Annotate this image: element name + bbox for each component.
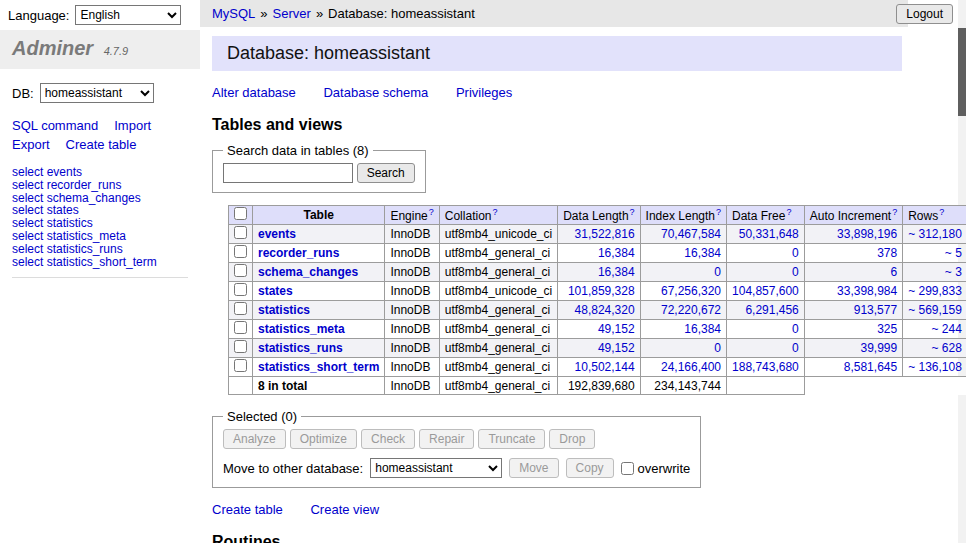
row-checkbox[interactable] xyxy=(234,340,247,353)
help-icon[interactable]: ? xyxy=(786,207,791,217)
sidebar-link-import[interactable]: Import xyxy=(114,118,151,133)
column-header-table[interactable]: Table xyxy=(253,206,385,225)
table-name-link[interactable]: statistics xyxy=(258,303,310,317)
table-name-link[interactable]: statistics_short_term xyxy=(258,360,379,374)
repair-button[interactable]: Repair xyxy=(419,429,474,449)
breadcrumb-mysql-link[interactable]: MySQL xyxy=(212,6,255,21)
data-length-link[interactable]: 101,859,328 xyxy=(568,284,635,298)
rows-count-link[interactable]: ~ 3 xyxy=(945,265,962,279)
data-free-link[interactable]: 104,857,600 xyxy=(732,284,799,298)
sidebar-link-export[interactable]: Export xyxy=(12,137,50,152)
column-header-data-free[interactable]: Data Free? xyxy=(727,206,805,225)
column-header-auto-increment[interactable]: Auto Increment? xyxy=(804,206,902,225)
select-all-checkbox[interactable] xyxy=(234,207,247,220)
database-schema-link[interactable]: Database schema xyxy=(323,85,428,100)
auto-increment-link[interactable]: 33,898,196 xyxy=(837,227,897,241)
help-icon[interactable]: ? xyxy=(492,207,497,217)
column-header-engine[interactable]: Engine? xyxy=(385,206,439,225)
data-free-link[interactable]: 0 xyxy=(792,322,799,336)
rows-count-link[interactable]: ~ 312,180 xyxy=(908,227,962,241)
move-db-select[interactable]: homeassistant xyxy=(370,458,502,478)
data-length-link[interactable]: 48,824,320 xyxy=(575,303,635,317)
create-view-link[interactable]: Create view xyxy=(310,502,379,517)
truncate-button[interactable]: Truncate xyxy=(478,429,545,449)
column-header-collation[interactable]: Collation? xyxy=(439,206,557,225)
logout-button[interactable]: Logout xyxy=(896,4,953,24)
row-checkbox[interactable] xyxy=(234,226,247,239)
table-name-link[interactable]: recorder_runs xyxy=(258,246,339,260)
index-length-link[interactable]: 16,384 xyxy=(684,246,721,260)
breadcrumb-server-link[interactable]: Server xyxy=(273,6,311,21)
search-button[interactable]: Search xyxy=(357,163,415,183)
app-name-link[interactable]: Adminer xyxy=(12,37,93,59)
column-header-rows[interactable]: Rows? xyxy=(903,206,966,225)
sidebar-link-sql-command[interactable]: SQL command xyxy=(12,118,98,133)
privileges-link[interactable]: Privileges xyxy=(456,85,512,100)
row-checkbox[interactable] xyxy=(234,264,247,277)
auto-increment-link[interactable]: 325 xyxy=(877,322,897,336)
row-checkbox[interactable] xyxy=(234,302,247,315)
data-free-link[interactable]: 188,743,680 xyxy=(732,360,799,374)
help-icon[interactable]: ? xyxy=(716,207,721,217)
row-checkbox[interactable] xyxy=(234,245,247,258)
rows-count-link[interactable]: ~ 244 xyxy=(932,322,962,336)
help-icon[interactable]: ? xyxy=(429,207,434,217)
check-button[interactable]: Check xyxy=(361,429,415,449)
drop-button[interactable]: Drop xyxy=(549,429,595,449)
help-icon[interactable]: ? xyxy=(630,207,635,217)
sidebar-table-link[interactable]: select statistics_runs xyxy=(12,243,188,256)
data-free-link[interactable]: 0 xyxy=(792,341,799,355)
auto-increment-link[interactable]: 39,999 xyxy=(860,341,897,355)
auto-increment-link[interactable]: 33,398,984 xyxy=(837,284,897,298)
rows-count-link[interactable]: ~ 628 xyxy=(932,341,962,355)
data-length-link[interactable]: 16,384 xyxy=(598,265,635,279)
table-name-link[interactable]: statistics_meta xyxy=(258,322,345,336)
data-length-link[interactable]: 31,522,816 xyxy=(575,227,635,241)
data-length-link[interactable]: 16,384 xyxy=(598,246,635,260)
help-icon[interactable]: ? xyxy=(892,207,897,217)
table-name-link[interactable]: states xyxy=(258,284,293,298)
auto-increment-link[interactable]: 8,581,645 xyxy=(844,360,897,374)
sidebar-table-link[interactable]: select statistics_short_term xyxy=(12,256,188,269)
data-free-link[interactable]: 0 xyxy=(792,265,799,279)
sidebar-table-link[interactable]: select recorder_runs xyxy=(12,179,188,192)
data-free-link[interactable]: 6,291,456 xyxy=(745,303,798,317)
index-length-link[interactable]: 0 xyxy=(714,265,721,279)
table-name-link[interactable]: events xyxy=(258,227,296,241)
index-length-link[interactable]: 70,467,584 xyxy=(661,227,721,241)
optimize-button[interactable]: Optimize xyxy=(290,429,357,449)
sidebar-table-link[interactable]: select events xyxy=(12,166,188,179)
auto-increment-link[interactable]: 378 xyxy=(877,246,897,260)
data-free-link[interactable]: 50,331,648 xyxy=(739,227,799,241)
data-length-link[interactable]: 49,152 xyxy=(598,341,635,355)
auto-increment-link[interactable]: 913,577 xyxy=(854,303,897,317)
table-name-link[interactable]: schema_changes xyxy=(258,265,358,279)
help-icon[interactable]: ? xyxy=(939,207,944,217)
move-button[interactable]: Move xyxy=(509,458,558,478)
data-length-link[interactable]: 10,502,144 xyxy=(575,360,635,374)
copy-button[interactable]: Copy xyxy=(566,458,614,478)
column-header-index-length[interactable]: Index Length? xyxy=(640,206,726,225)
table-name-link[interactable]: statistics_runs xyxy=(258,341,343,355)
language-select[interactable]: English xyxy=(75,5,181,25)
create-table-link[interactable]: Create table xyxy=(212,502,283,517)
index-length-link[interactable]: 0 xyxy=(714,341,721,355)
row-checkbox[interactable] xyxy=(234,321,247,334)
alter-database-link[interactable]: Alter database xyxy=(212,85,296,100)
rows-count-link[interactable]: ~ 5 xyxy=(945,246,962,260)
data-free-link[interactable]: 0 xyxy=(792,246,799,260)
analyze-button[interactable]: Analyze xyxy=(223,429,286,449)
rows-count-link[interactable]: ~ 569,159 xyxy=(908,303,962,317)
data-length-link[interactable]: 49,152 xyxy=(598,322,635,336)
index-length-link[interactable]: 67,256,320 xyxy=(661,284,721,298)
sidebar-table-link[interactable]: select statistics_meta xyxy=(12,230,188,243)
index-length-link[interactable]: 72,220,672 xyxy=(661,303,721,317)
overwrite-checkbox[interactable] xyxy=(621,462,634,475)
index-length-link[interactable]: 24,166,400 xyxy=(661,360,721,374)
row-checkbox[interactable] xyxy=(234,359,247,372)
row-checkbox[interactable] xyxy=(234,283,247,296)
rows-count-link[interactable]: ~ 299,833 xyxy=(908,284,962,298)
column-header-data-length[interactable]: Data Length? xyxy=(558,206,640,225)
sidebar-link-create-table[interactable]: Create table xyxy=(66,137,137,152)
rows-count-link[interactable]: ~ 136,108 xyxy=(908,360,962,374)
